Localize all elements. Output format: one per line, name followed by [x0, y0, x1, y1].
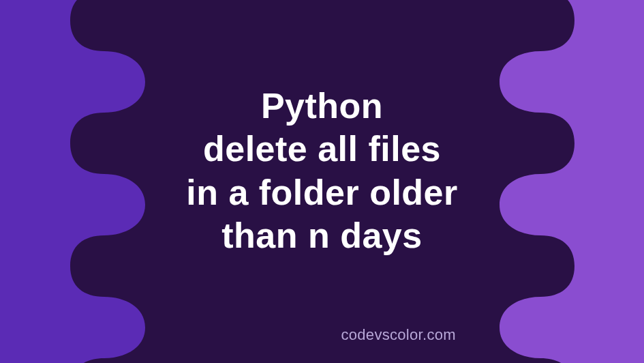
- footer-credit: codevscolor.com: [341, 326, 456, 344]
- title-line-1: Python: [118, 85, 527, 128]
- title-line-4: than n days: [118, 214, 527, 257]
- title-line-2: delete all files: [118, 128, 527, 171]
- title-line-3: in a folder older: [118, 171, 527, 214]
- banner-canvas: Python delete all files in a folder olde…: [0, 0, 644, 363]
- title-block: Python delete all files in a folder olde…: [118, 85, 527, 258]
